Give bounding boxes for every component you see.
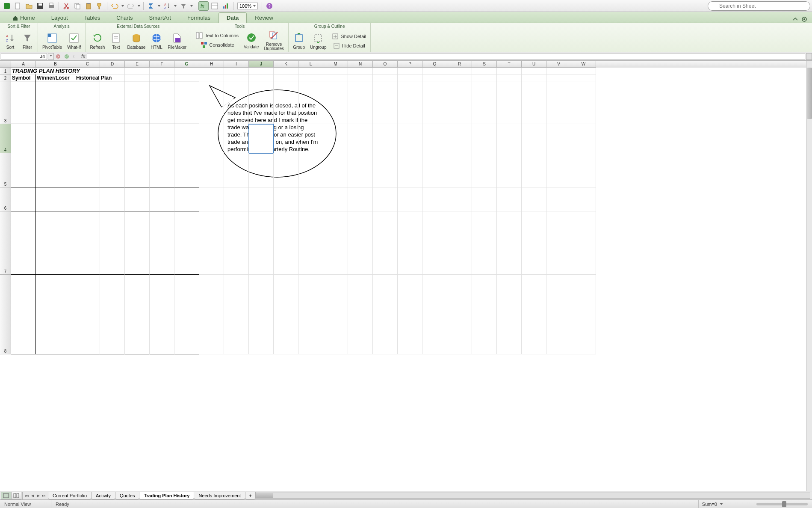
cell-Q5[interactable] [422, 153, 447, 187]
cell-U2[interactable] [522, 74, 546, 81]
cell-I3[interactable] [224, 81, 249, 124]
cell-D2[interactable] [100, 74, 125, 81]
cell-V8[interactable] [546, 275, 571, 354]
cell-R8[interactable] [447, 275, 472, 354]
sheet-tab-trading-plan-history[interactable]: Trading Plan History [139, 492, 194, 499]
cell-H3[interactable] [199, 81, 224, 124]
cell-F2[interactable] [150, 74, 174, 81]
cell-Q1[interactable] [422, 68, 447, 74]
cell-I4[interactable] [224, 124, 249, 153]
text-import-button[interactable]: Text [108, 31, 124, 51]
cell-I8[interactable] [224, 275, 249, 354]
column-header-U[interactable]: U [522, 61, 546, 68]
column-header-Q[interactable]: Q [422, 61, 447, 68]
filemaker-button[interactable]: FileMaker [166, 31, 188, 51]
filter-toolbar-icon[interactable] [178, 1, 189, 11]
cell-V7[interactable] [546, 211, 571, 275]
column-header-B[interactable]: B [36, 61, 75, 68]
help-icon[interactable]: ? [264, 1, 275, 11]
cell-E1[interactable] [125, 68, 150, 74]
cut-icon[interactable] [61, 1, 71, 11]
sort-az-icon[interactable]: AZ [162, 1, 172, 11]
autosum-dropdown[interactable] [157, 4, 161, 8]
cell-G2[interactable] [174, 74, 199, 81]
cell-H6[interactable] [199, 187, 224, 211]
cell-V6[interactable] [546, 187, 571, 211]
cell-G7[interactable] [174, 211, 199, 275]
cell-K5[interactable] [274, 153, 298, 187]
sheet-tab-activity[interactable]: Activity [91, 492, 115, 499]
cell-M7[interactable] [323, 211, 348, 275]
next-sheet-button[interactable]: ▶ [35, 493, 41, 499]
cell-N4[interactable] [348, 124, 373, 153]
cell-T8[interactable] [497, 275, 522, 354]
cell-D5[interactable] [100, 153, 125, 187]
cell-H4[interactable] [199, 124, 224, 153]
group-button[interactable]: Group [291, 31, 307, 51]
tab-formulas[interactable]: Formulas [179, 12, 219, 23]
page-layout-view-button[interactable] [11, 492, 21, 499]
validate-button[interactable]: Validate [242, 31, 260, 50]
cell-B3[interactable] [36, 81, 75, 124]
tab-smartart[interactable]: SmartArt [141, 12, 179, 23]
cell-F5[interactable] [150, 153, 174, 187]
cell-G4[interactable] [174, 124, 199, 153]
cell-S5[interactable] [472, 153, 497, 187]
cell-L1[interactable] [298, 68, 323, 74]
cell-T7[interactable] [497, 211, 522, 275]
cell-W1[interactable] [571, 68, 596, 74]
cell-U3[interactable] [522, 81, 546, 124]
cell-I5[interactable] [224, 153, 249, 187]
column-header-J[interactable]: J [249, 61, 274, 68]
cell-O8[interactable] [373, 275, 398, 354]
first-sheet-button[interactable]: ⏮ [24, 493, 30, 499]
cell-E6[interactable] [125, 187, 150, 211]
tab-review[interactable]: Review [247, 12, 281, 23]
cell-M8[interactable] [323, 275, 348, 354]
cell-Q3[interactable] [422, 81, 447, 124]
column-header-V[interactable]: V [546, 61, 571, 68]
column-header-C[interactable]: C [75, 61, 100, 68]
cell-V2[interactable] [546, 74, 571, 81]
cell-S3[interactable] [472, 81, 497, 124]
cell-C2[interactable]: Historical Plan [75, 74, 100, 81]
cell-U5[interactable] [522, 153, 546, 187]
cell-D6[interactable] [100, 187, 125, 211]
save-icon[interactable] [35, 1, 45, 11]
cell-P4[interactable] [398, 124, 422, 153]
column-header-O[interactable]: O [373, 61, 398, 68]
cell-E8[interactable] [125, 275, 150, 354]
cell-D1[interactable] [100, 68, 125, 74]
cell-J5[interactable] [249, 153, 274, 187]
cell-Q6[interactable] [422, 187, 447, 211]
cell-N2[interactable] [348, 74, 373, 81]
cell-E7[interactable] [125, 211, 150, 275]
cell-A2[interactable]: Symbol [11, 74, 36, 81]
cell-N5[interactable] [348, 153, 373, 187]
name-box-dropdown[interactable] [48, 53, 54, 60]
whatif-button[interactable]: What-If [65, 31, 83, 51]
column-header-S[interactable]: S [472, 61, 497, 68]
cell-J6[interactable] [249, 187, 274, 211]
cell-O7[interactable] [373, 211, 398, 275]
cell-H1[interactable] [199, 68, 224, 74]
cell-P6[interactable] [398, 187, 422, 211]
remove-duplicates-button[interactable]: Remove Duplicates [262, 29, 286, 52]
column-header-K[interactable]: K [274, 61, 298, 68]
filter-button[interactable]: Filter [20, 31, 35, 51]
hide-detail-button[interactable]: Hide Detail [330, 42, 368, 50]
column-header-A[interactable]: A [11, 61, 36, 68]
settings-gear-icon[interactable] [801, 16, 808, 23]
column-header-T[interactable]: T [497, 61, 522, 68]
cells-grid[interactable]: As each position is closed, all of the n… [11, 68, 812, 354]
cell-S6[interactable] [472, 187, 497, 211]
format-painter-icon[interactable] [94, 1, 105, 11]
cell-B1[interactable] [36, 68, 75, 74]
cell-W7[interactable] [571, 211, 596, 275]
cell-A5[interactable] [11, 153, 36, 187]
cell-S8[interactable] [472, 275, 497, 354]
search-input[interactable] [708, 1, 810, 11]
row-header-3[interactable]: 3 [0, 81, 11, 124]
column-header-G[interactable]: G [174, 61, 199, 68]
cell-L5[interactable] [298, 153, 323, 187]
